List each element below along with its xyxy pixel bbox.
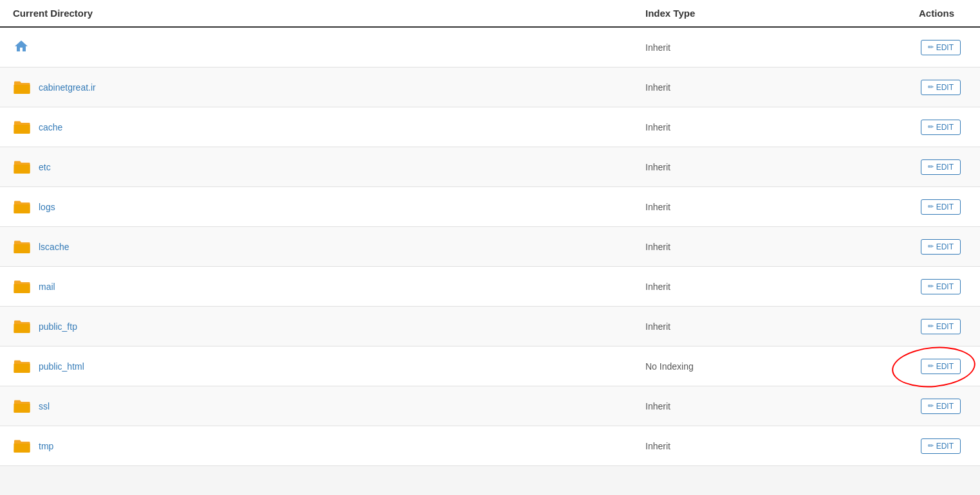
pencil-icon: ✏ xyxy=(928,442,934,450)
directory-name: mail xyxy=(39,282,55,292)
edit-button-cabinetgreat[interactable]: ✏ EDIT xyxy=(921,80,961,95)
index-type-cell: Inherit xyxy=(645,122,838,132)
pencil-icon: ✏ xyxy=(928,322,934,330)
edit-button-lscache[interactable]: ✏ EDIT xyxy=(921,239,961,255)
index-type-cell: Inherit xyxy=(645,401,838,411)
directory-cell: mail xyxy=(13,280,645,294)
folder-icon xyxy=(13,359,31,374)
actions-cell: ✏ EDIT xyxy=(838,359,967,374)
index-type-cell: Inherit xyxy=(645,282,838,292)
table-header: Current Directory Index Type Actions xyxy=(0,0,980,28)
pencil-icon: ✏ xyxy=(928,203,934,211)
pencil-icon: ✏ xyxy=(928,402,934,410)
directory-name: ssl xyxy=(39,401,50,411)
table-row: cacheInherit✏ EDIT xyxy=(0,107,980,147)
index-type-cell: Inherit xyxy=(645,242,838,252)
table-row: Inherit✏ EDIT xyxy=(0,28,980,68)
actions-cell: ✏ EDIT xyxy=(838,399,967,414)
actions-cell: ✏ EDIT xyxy=(838,279,967,294)
table-row: public_htmlNo Indexing✏ EDIT xyxy=(0,346,980,386)
directory-name: lscache xyxy=(39,242,69,252)
folder-icon xyxy=(13,280,31,294)
edit-button-public_html[interactable]: ✏ EDIT xyxy=(921,359,961,374)
directory-name: logs xyxy=(39,202,55,212)
folder-icon xyxy=(13,320,31,334)
index-type-cell: Inherit xyxy=(645,82,838,93)
actions-cell: ✏ EDIT xyxy=(838,159,967,175)
directory-index-table: Current Directory Index Type Actions Inh… xyxy=(0,0,980,466)
directory-cell: etc xyxy=(13,160,645,174)
edit-button-home[interactable]: ✏ EDIT xyxy=(921,40,961,55)
pencil-icon: ✏ xyxy=(928,163,934,171)
index-type-cell: Inherit xyxy=(645,162,838,172)
directory-cell: public_ftp xyxy=(13,320,645,334)
table-row: mailInherit✏ EDIT xyxy=(0,267,980,307)
table-row: sslInherit✏ EDIT xyxy=(0,386,980,426)
table-row: tmpInherit✏ EDIT xyxy=(0,426,980,466)
col-header-directory: Current Directory xyxy=(13,8,645,19)
directory-cell: ssl xyxy=(13,399,645,413)
directory-name: cabinetgreat.ir xyxy=(39,82,96,93)
folder-icon xyxy=(13,439,31,453)
folder-icon xyxy=(13,80,31,94)
col-header-index-type: Index Type xyxy=(645,8,838,19)
actions-cell: ✏ EDIT xyxy=(838,438,967,454)
edit-button-ssl[interactable]: ✏ EDIT xyxy=(921,399,961,414)
actions-cell: ✏ EDIT xyxy=(838,319,967,334)
edit-button-etc[interactable]: ✏ EDIT xyxy=(921,159,961,175)
folder-icon xyxy=(13,120,31,134)
edit-button-public_ftp[interactable]: ✏ EDIT xyxy=(921,319,961,334)
home-icon xyxy=(13,39,30,56)
index-type-cell: Inherit xyxy=(645,321,838,332)
table-row: logsInherit✏ EDIT xyxy=(0,187,980,227)
actions-cell: ✏ EDIT xyxy=(838,120,967,135)
directory-cell: public_html xyxy=(13,359,645,374)
pencil-icon: ✏ xyxy=(928,362,934,370)
index-type-cell: No Indexing xyxy=(645,361,838,372)
edit-button-tmp[interactable]: ✏ EDIT xyxy=(921,438,961,454)
directory-cell: tmp xyxy=(13,439,645,453)
pencil-icon: ✏ xyxy=(928,43,934,51)
actions-cell: ✏ EDIT xyxy=(838,239,967,255)
folder-icon xyxy=(13,240,31,254)
actions-cell: ✏ EDIT xyxy=(838,80,967,95)
edit-button-mail[interactable]: ✏ EDIT xyxy=(921,279,961,294)
directory-cell: cabinetgreat.ir xyxy=(13,80,645,94)
directory-name: etc xyxy=(39,162,51,172)
directory-cell: cache xyxy=(13,120,645,134)
index-type-cell: Inherit xyxy=(645,202,838,212)
folder-icon xyxy=(13,160,31,174)
pencil-icon: ✏ xyxy=(928,242,934,251)
table-row: cabinetgreat.irInherit✏ EDIT xyxy=(0,68,980,107)
actions-cell: ✏ EDIT xyxy=(838,40,967,55)
table-row: lscacheInherit✏ EDIT xyxy=(0,227,980,267)
directory-name: cache xyxy=(39,122,62,132)
edit-button-cache[interactable]: ✏ EDIT xyxy=(921,120,961,135)
directory-cell xyxy=(13,39,645,56)
pencil-icon: ✏ xyxy=(928,282,934,291)
pencil-icon: ✏ xyxy=(928,123,934,131)
col-header-actions: Actions xyxy=(838,8,967,19)
actions-cell: ✏ EDIT xyxy=(838,199,967,215)
directory-cell: logs xyxy=(13,200,645,214)
directory-name: public_html xyxy=(39,361,84,372)
folder-icon xyxy=(13,399,31,413)
pencil-icon: ✏ xyxy=(928,83,934,91)
edit-button-logs[interactable]: ✏ EDIT xyxy=(921,199,961,215)
table-row: etcInherit✏ EDIT xyxy=(0,147,980,187)
directory-name: tmp xyxy=(39,441,53,451)
directory-name: public_ftp xyxy=(39,321,77,332)
table-row: public_ftpInherit✏ EDIT xyxy=(0,307,980,346)
circled-button-wrapper: ✏ EDIT xyxy=(921,359,961,374)
folder-icon xyxy=(13,200,31,214)
index-type-cell: Inherit xyxy=(645,42,838,53)
table-body: Inherit✏ EDIT cabinetgreat.irInherit✏ ED… xyxy=(0,28,980,466)
index-type-cell: Inherit xyxy=(645,441,838,451)
directory-cell: lscache xyxy=(13,240,645,254)
